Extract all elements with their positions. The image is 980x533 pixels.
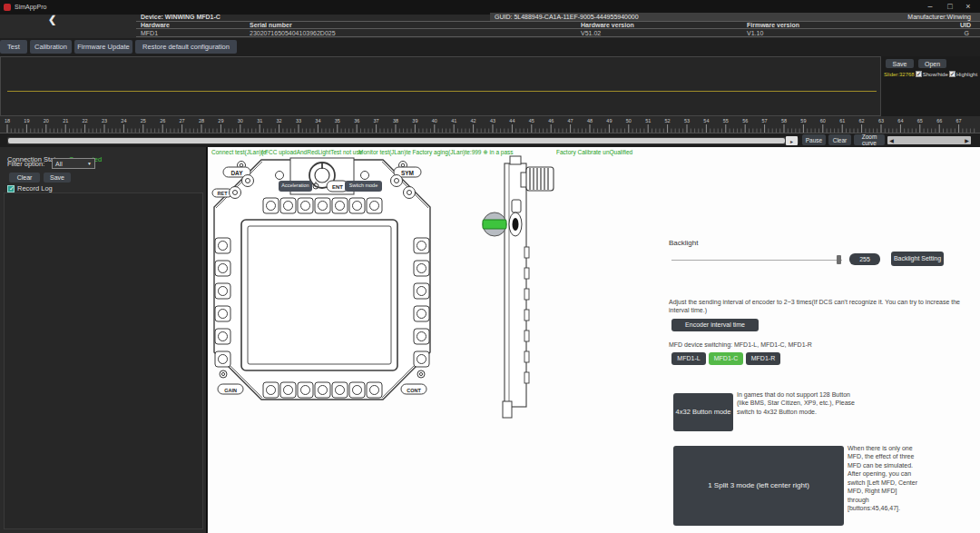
svg-text:23: 23 (102, 118, 107, 123)
show-hide-checkbox[interactable] (916, 71, 922, 77)
svg-text:62: 62 (859, 118, 865, 123)
main-content: Connect test(JLan)te: ( FCC uploadAndRed… (208, 147, 980, 533)
slider-legend-label: Slider:32768 (884, 72, 915, 77)
mfd1-c-button[interactable]: MFD1-C (709, 352, 743, 365)
label-cont: CONT (407, 388, 421, 393)
svg-text:25: 25 (141, 118, 146, 123)
svg-text:54: 54 (703, 118, 709, 123)
svg-text:59: 59 (800, 118, 806, 123)
mfd-side-view (479, 153, 559, 421)
curve-save-button[interactable]: Save (886, 59, 914, 68)
svg-text:20: 20 (44, 118, 49, 123)
close-button[interactable]: × (962, 2, 975, 11)
chart-hscrollbar-thumb[interactable] (8, 138, 785, 143)
split-3-mode-button[interactable]: 1 Split 3 mode (left center right) (673, 446, 844, 526)
clear-curve-button[interactable]: Clear (828, 134, 851, 145)
log-save-button[interactable]: Save (44, 173, 71, 183)
curve-line (7, 91, 877, 92)
serial-value: 23020716505404103962D025 (250, 30, 336, 36)
svg-text:52: 52 (665, 118, 671, 123)
svg-text:67: 67 (956, 118, 962, 123)
svg-text:46: 46 (548, 118, 554, 123)
log-clear-button[interactable]: Clear (9, 173, 40, 183)
svg-text:66: 66 (936, 118, 942, 123)
pause-button[interactable]: Pause (802, 134, 826, 145)
log-list-panel[interactable] (4, 192, 203, 529)
svg-text:45: 45 (529, 118, 534, 123)
svg-text:53: 53 (684, 118, 690, 123)
zoom-scroll-left-icon[interactable]: ◀ (887, 136, 896, 144)
uid-value: G (965, 30, 969, 36)
record-log-checkbox[interactable] (7, 185, 15, 192)
chart-hscrollbar-handle[interactable]: ▸ (786, 136, 798, 145)
switch-mode-button[interactable]: Switch mode (345, 181, 382, 192)
encoder-interval-button[interactable]: Encoder interval time (671, 319, 759, 331)
chart-scroll-row: ▸ Pause Clear Zoom curve ◀ ▶ (0, 133, 980, 147)
svg-text:55: 55 (723, 118, 729, 123)
app-window: SimAppPro – □ × ❮ Device: WINWING MFD1-C… (0, 0, 980, 533)
zoom-curve-button[interactable]: Zoom curve (854, 134, 885, 145)
svg-text:43: 43 (490, 118, 495, 123)
button-mode-4x32[interactable]: 4x32 Button mode (673, 393, 733, 431)
chart-hscrollbar[interactable]: ▸ (7, 137, 799, 144)
tab-restore-default[interactable]: Restore default configuration (135, 40, 237, 54)
svg-text:28: 28 (199, 118, 204, 123)
mfd1-l-button[interactable]: MFD1-L (671, 352, 706, 365)
filter-option-select[interactable]: All ▼ (52, 158, 95, 169)
svg-text:22: 22 (83, 118, 88, 123)
svg-text:21: 21 (63, 118, 68, 123)
svg-text:37: 37 (374, 118, 379, 123)
label-day: DAY (230, 170, 243, 176)
svg-text:34: 34 (315, 118, 320, 123)
highlight-label: Highlight (956, 72, 977, 77)
app-logo-icon (4, 4, 11, 11)
device-header: ❮ Device: WINWING MFD1-C GUID: 5L488949-… (0, 15, 980, 38)
backlight-label: Backlight (669, 239, 698, 247)
curve-open-button[interactable]: Open (918, 59, 946, 68)
minimize-button[interactable]: – (924, 2, 936, 11)
zoom-scroll-right-icon[interactable]: ▶ (963, 136, 971, 144)
svg-text:40: 40 (432, 118, 437, 123)
label-ent: ENT (332, 184, 343, 190)
tab-test[interactable]: Test (0, 40, 27, 54)
label-ret: RET (218, 191, 229, 196)
svg-text:35: 35 (335, 118, 340, 123)
label-sym: SYM (401, 170, 414, 176)
tab-firmware-update[interactable]: Firmware Update (74, 40, 132, 54)
hwver-value: V51.02 (581, 30, 601, 36)
svg-text:33: 33 (296, 118, 301, 123)
app-title: SimAppPro (15, 4, 46, 10)
uid-label: UID (960, 22, 971, 28)
encoder-knob-highlight[interactable] (483, 212, 506, 236)
filter-option-label: Filter option: (7, 160, 44, 168)
svg-text:50: 50 (626, 118, 632, 123)
svg-text:58: 58 (781, 118, 787, 123)
maximize-button[interactable]: □ (944, 2, 956, 11)
tab-calibration[interactable]: Calibration (30, 40, 72, 54)
backlight-slider-thumb[interactable] (837, 255, 841, 264)
curve-legend: Slider:32768Show/hideHighlight (884, 71, 977, 77)
back-button[interactable]: ❮ (48, 14, 56, 25)
svg-text:41: 41 (451, 118, 456, 123)
mfd1-r-button[interactable]: MFD1-R (746, 352, 780, 365)
svg-text:19: 19 (24, 118, 29, 123)
encoder-interval-text: Adjust the sending interval of encoder t… (669, 298, 961, 315)
backlight-slider[interactable] (671, 260, 842, 261)
svg-text:38: 38 (393, 118, 398, 123)
status-fcc-test: ( FCC uploadAndRedLightTest not use (261, 149, 362, 155)
svg-text:30: 30 (238, 118, 243, 123)
mfd-switch-label: MFD device switching: MFD1-L, MFD1-C, MF… (669, 341, 812, 349)
acceleration-button[interactable]: Acceleration (279, 181, 312, 192)
button-mode-4x32-desc: In games that do not support 128 Button … (737, 390, 858, 416)
svg-text:39: 39 (412, 118, 417, 123)
chevron-down-icon: ▼ (87, 161, 92, 166)
sidebar: Connection Status: Connected Filter opti… (0, 147, 207, 533)
svg-text:61: 61 (839, 118, 845, 123)
show-hide-label: Show/hide (923, 72, 948, 77)
record-log-label: Record Log (17, 184, 53, 192)
backlight-setting-button[interactable]: Backlight Setting (891, 252, 944, 266)
zoom-scrollbar[interactable]: ◀ ▶ (887, 136, 971, 144)
hardware-label: Hardware (141, 22, 170, 28)
highlight-checkbox[interactable] (949, 71, 956, 77)
svg-text:63: 63 (878, 118, 884, 123)
